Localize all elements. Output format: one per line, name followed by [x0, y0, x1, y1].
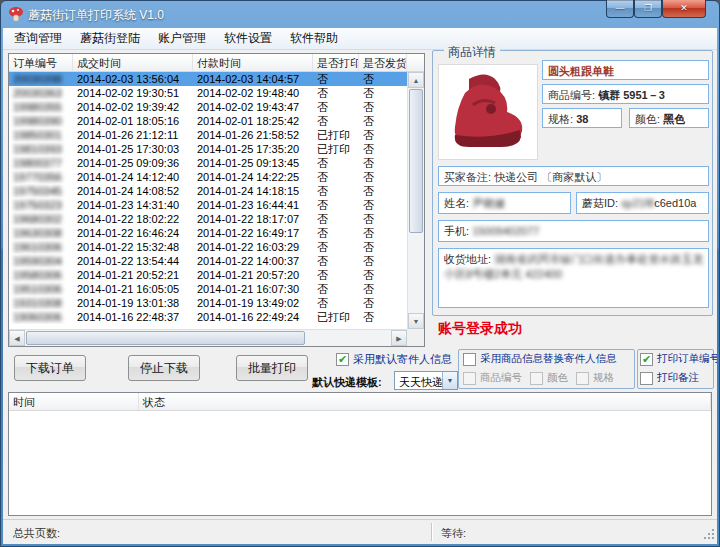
checkbox-checked-icon[interactable]: ✔: [640, 353, 653, 366]
checkbox-unchecked-icon[interactable]: [576, 372, 589, 385]
scroll-up-icon[interactable]: ▲: [408, 72, 424, 88]
order-row[interactable]: 190603062014-01-16 22:48:372014-01-16 22…: [9, 310, 407, 324]
order-cell: 2014-01-21 16:05:05: [73, 282, 193, 296]
order-row[interactable]: 198003772014-01-25 09:09:362014-01-25 09…: [9, 156, 407, 170]
order-cell: 2014-01-25 09:09:36: [73, 156, 193, 170]
order-cell: 否: [359, 114, 407, 128]
order-row[interactable]: 199803902014-02-01 18:05:162014-02-01 18…: [9, 114, 407, 128]
column-shipped[interactable]: 是否发货: [359, 54, 407, 71]
order-cell: 19750345: [9, 184, 73, 198]
column-pay-time[interactable]: 付款时间: [193, 54, 313, 71]
order-cell: 否: [359, 268, 407, 282]
order-row[interactable]: 197503452014-01-24 14:08:522014-01-24 14…: [9, 184, 407, 198]
mogu-id-label: 蘑菇ID:: [582, 197, 618, 209]
column-status[interactable]: 状态: [139, 393, 711, 410]
menu-mogujie-login[interactable]: 蘑菇街登陆: [71, 28, 149, 50]
order-row[interactable]: 199803552014-02-02 19:39:422014-02-02 19…: [9, 100, 407, 114]
order-cell: 2014-01-22 16:03:29: [193, 240, 313, 254]
order-cell: 否: [313, 226, 359, 240]
download-orders-button[interactable]: 下载订单: [14, 355, 86, 381]
option-color-label: 颜色: [547, 371, 568, 385]
order-cell: 2014-02-03 13:56:04: [73, 72, 193, 86]
order-cell: 2014-01-25 17:35:20: [193, 142, 313, 156]
replace-sender-checkbox[interactable]: 采用商品信息替换寄件人信息: [463, 352, 617, 366]
address-field: 收货地址: 湖南省武冈市辕门口街道办事处资水路玉龙小区8号楼2单元 422400: [438, 248, 709, 308]
batch-print-button[interactable]: 批量打印: [236, 355, 308, 381]
order-cell: 2014-01-22 15:32:48: [73, 240, 193, 254]
print-order-no-checkbox[interactable]: ✔ 打印订单编号: [640, 352, 717, 366]
order-row[interactable]: 195903042014-01-22 13:54:442014-01-22 14…: [9, 254, 407, 268]
vertical-scrollbar[interactable]: ▲ ▼: [407, 72, 424, 329]
orders-table: 订单编号 成交时间 付款时间 是否打印 是否发货 200303982014-02…: [8, 53, 425, 347]
order-cell: 否: [313, 156, 359, 170]
order-row[interactable]: 200303632014-02-02 19:30:512014-02-02 19…: [9, 86, 407, 100]
order-row[interactable]: 196303082014-01-22 16:46:242014-01-22 16…: [9, 226, 407, 240]
order-row[interactable]: 195803062014-01-21 20:52:212014-01-21 20…: [9, 268, 407, 282]
print-remark-checkbox[interactable]: 打印备注: [640, 371, 699, 385]
option-spec-checkbox[interactable]: 规格: [576, 371, 614, 385]
menu-query-management[interactable]: 查询管理: [5, 28, 71, 50]
order-cell: 否: [313, 170, 359, 184]
order-row[interactable]: 200303982014-02-03 13:56:042014-02-03 14…: [9, 72, 407, 86]
order-row[interactable]: 193103082014-01-19 13:01:382014-01-19 13…: [9, 296, 407, 310]
order-cell: 19610306: [9, 240, 73, 254]
default-sender-checkbox[interactable]: ✔ 采用默认寄件人信息: [336, 352, 452, 367]
spec-value: 38: [576, 113, 588, 125]
order-cell: 2014-01-22 18:02:22: [73, 212, 193, 226]
order-cell: 已打印: [313, 310, 359, 324]
order-cell: 否: [359, 282, 407, 296]
order-row[interactable]: 198503012014-01-26 21:12:112014-01-26 21…: [9, 128, 407, 142]
order-row[interactable]: 197503232014-01-23 14:31:402014-01-23 16…: [9, 198, 407, 212]
checkbox-unchecked-icon[interactable]: [463, 372, 476, 385]
order-cell: 否: [313, 184, 359, 198]
column-printed[interactable]: 是否打印: [313, 54, 359, 71]
mogu-id-visible-part: c6ed10a: [654, 197, 696, 209]
order-cell: 2014-01-25 17:30:03: [73, 142, 193, 156]
order-cell: 2014-01-22 16:46:24: [73, 226, 193, 240]
checkbox-checked-icon[interactable]: ✔: [336, 353, 349, 366]
color-label: 颜色:: [635, 113, 660, 125]
column-deal-time[interactable]: 成交时间: [73, 54, 193, 71]
option-color-checkbox[interactable]: 颜色: [530, 371, 568, 385]
checkbox-unchecked-icon[interactable]: [463, 353, 476, 366]
template-label: 默认快递模板:: [312, 375, 382, 390]
resize-grip[interactable]: [703, 528, 716, 543]
minimize-button[interactable]: —: [606, 0, 634, 18]
column-order-id[interactable]: 订单编号: [9, 54, 73, 71]
option-product-code-checkbox[interactable]: 商品编号: [463, 371, 522, 385]
horizontal-scroll-thumb[interactable]: [26, 331, 305, 345]
order-row[interactable]: 196103062014-01-22 15:32:482014-01-22 16…: [9, 240, 407, 254]
stop-download-button[interactable]: 停止下载: [128, 355, 200, 381]
horizontal-scrollbar[interactable]: ◀ ▶: [9, 329, 407, 346]
print-remark-label: 打印备注: [657, 371, 699, 385]
order-cell: 否: [313, 296, 359, 310]
express-template-select[interactable]: 天天快递 ▼: [394, 371, 458, 390]
app-window: 蘑菇街订单打印系统 V1.0 — ❐ ✕ 查询管理 蘑菇街登陆 账户管理 软件设…: [0, 0, 720, 547]
chevron-down-icon[interactable]: ▼: [442, 372, 457, 389]
remark-value: 快递公司 〔商家默认〕: [494, 171, 607, 183]
scroll-right-icon[interactable]: ▶: [391, 330, 407, 346]
menu-account-management[interactable]: 账户管理: [149, 28, 215, 50]
order-row[interactable]: 197703562014-01-24 14:12:402014-01-24 14…: [9, 170, 407, 184]
column-time[interactable]: 时间: [9, 393, 139, 410]
order-cell: 2014-02-02 19:39:42: [73, 100, 193, 114]
mogu-id-hidden-part: qy21f8: [621, 197, 654, 209]
order-row[interactable]: 195103062014-01-21 16:05:052014-01-21 16…: [9, 282, 407, 296]
scroll-down-icon[interactable]: ▼: [408, 313, 424, 329]
order-cell: 19580306: [9, 268, 73, 282]
menu-software-settings[interactable]: 软件设置: [215, 28, 281, 50]
order-row[interactable]: 196803022014-01-22 18:02:222014-01-22 18…: [9, 212, 407, 226]
order-cell: 否: [313, 72, 359, 86]
maximize-button[interactable]: ❐: [634, 0, 662, 18]
replace-sender-label: 采用商品信息替换寄件人信息: [480, 352, 617, 366]
checkbox-unchecked-icon[interactable]: [530, 372, 543, 385]
scroll-left-icon[interactable]: ◀: [9, 330, 25, 346]
order-row[interactable]: 198103932014-01-25 17:30:032014-01-25 17…: [9, 142, 407, 156]
vertical-scroll-thumb[interactable]: [409, 89, 423, 233]
order-cell: 2014-02-01 18:25:42: [193, 114, 313, 128]
menu-software-help[interactable]: 软件帮助: [281, 28, 347, 50]
titlebar[interactable]: 蘑菇街订单打印系统 V1.0 — ❐ ✕: [0, 0, 720, 28]
close-button[interactable]: ✕: [662, 0, 706, 18]
product-name-field: 圆头粗跟单鞋: [542, 60, 709, 80]
checkbox-unchecked-icon[interactable]: [640, 372, 653, 385]
